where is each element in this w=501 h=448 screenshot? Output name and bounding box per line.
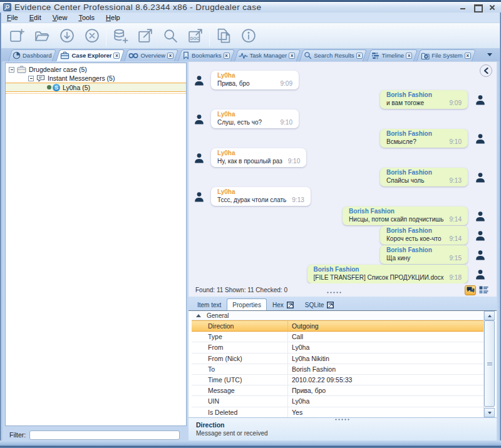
toolbar-button[interactable] xyxy=(29,24,54,47)
property-row[interactable]: Message Прива, бро xyxy=(192,385,483,396)
document-tab-bar: Dashboard Case Explorer x Overview x Boo… xyxy=(1,49,500,61)
tab-overflow-chevron-down-icon[interactable] xyxy=(487,53,492,56)
tab-close-icon[interactable]: x xyxy=(406,53,412,59)
message-bubble: Borish Fashion Ща кину 9:15 xyxy=(380,245,468,264)
property-row[interactable]: From (Nick) Ly0ha Nikitin xyxy=(192,354,483,364)
menu-item[interactable]: View xyxy=(47,13,73,22)
title-bar: Evidence Center Professional 8.6.2344 x8… xyxy=(0,2,501,13)
scroll-down-button[interactable] xyxy=(484,408,495,417)
chat-message[interactable]: Borish Fashion Ща кину 9:15 xyxy=(189,245,497,264)
document-tab[interactable]: File System x xyxy=(418,49,474,61)
document-tab[interactable]: Task Manager x xyxy=(236,49,299,61)
tree-node-label[interactable]: Instant Messengers (5) xyxy=(48,74,115,82)
chat-message[interactable]: Ly0ha Прива, бро 9:09 xyxy=(189,71,497,89)
case-tree: Drugdealer case (5) Instant Messengers (… xyxy=(6,63,186,94)
menu-item[interactable]: Help xyxy=(100,13,126,22)
message-sender: Borish Fashion xyxy=(386,169,462,176)
toolbar-button[interactable] xyxy=(209,25,210,46)
tree-node-category[interactable]: Instant Messengers (5) xyxy=(6,74,186,83)
detail-tab[interactable]: Item text xyxy=(192,298,227,310)
properties-scrollbar[interactable] xyxy=(483,311,494,417)
property-row[interactable]: Is Deleted Yes xyxy=(192,407,483,418)
document-tab[interactable]: Bookmarks x xyxy=(180,49,233,61)
view-toggle-button[interactable] xyxy=(465,285,476,295)
document-tab[interactable]: Dashboard xyxy=(10,49,54,61)
collapse-panel-button[interactable] xyxy=(480,64,492,77)
splitter-handle[interactable] xyxy=(326,292,343,293)
detail-tab[interactable]: SQLite xyxy=(299,298,340,310)
document-tab[interactable]: Overview x xyxy=(126,49,177,61)
tree-node-label[interactable]: Ly0ha (5) xyxy=(63,84,90,91)
collapse-expander-icon[interactable] xyxy=(28,76,34,81)
detach-window-icon[interactable] xyxy=(327,302,334,308)
property-row[interactable]: Direction Outgoing xyxy=(192,320,483,332)
document-tab[interactable]: Search Results x xyxy=(301,49,365,61)
scroll-up-button[interactable] xyxy=(484,311,495,320)
chat-message[interactable]: Borish Fashion [FILE TRANSFER] Список ПР… xyxy=(189,265,497,283)
chat-message[interactable]: Borish Fashion Короч есть кое-что 9:14 xyxy=(189,226,497,245)
maximize-button[interactable] xyxy=(473,3,482,11)
property-row[interactable]: UIN Ly0ha xyxy=(192,396,483,407)
message-bubble: Borish Fashion Нисцы, потом скайп подчис… xyxy=(343,206,468,225)
property-value: Ly0ha xyxy=(288,397,309,405)
menu-item[interactable]: Tools xyxy=(73,13,100,22)
chat-message[interactable]: Borish Fashion Всмысле? 9:10 xyxy=(189,129,497,148)
toolbar-button[interactable] xyxy=(106,25,106,46)
filter-input[interactable] xyxy=(29,430,180,440)
scrollbar-thumb[interactable] xyxy=(484,320,495,407)
main-area: Drugdealer case (5) Instant Messengers (… xyxy=(4,61,497,440)
window-frame-top xyxy=(0,0,501,2)
message-sender: Borish Fashion xyxy=(386,130,462,138)
properties-group-header[interactable]: General xyxy=(192,311,483,320)
toolbar-button[interactable] xyxy=(211,24,236,47)
chat-message[interactable]: Borish Fashion Спайсы чоль 9:13 xyxy=(189,168,497,186)
property-value: Call xyxy=(288,333,303,340)
splitter-handle[interactable] xyxy=(334,419,351,420)
tree-node-label[interactable]: Drugdealer case (5) xyxy=(29,66,87,73)
message-bubble: Ly0ha Тссс, дурак чтоли слать 9:13 xyxy=(211,187,311,206)
detail-tab[interactable]: Hex xyxy=(267,298,299,310)
menu-item[interactable]: Edit xyxy=(24,13,47,22)
tab-close-icon[interactable]: x xyxy=(167,53,173,59)
document-tab[interactable]: Timeline x xyxy=(369,49,416,61)
person-avatar-icon xyxy=(194,191,204,202)
toolbar-button[interactable] xyxy=(108,24,133,47)
toolbar-button[interactable] xyxy=(4,24,29,47)
tree-node-profile-selected[interactable]: S Ly0ha (5) xyxy=(6,83,186,92)
toolbar-button[interactable] xyxy=(133,24,158,47)
message-time: 9:13 xyxy=(444,177,462,184)
tab-icon xyxy=(239,52,248,59)
minimize-button[interactable] xyxy=(459,3,467,11)
chat-message[interactable]: Borish Fashion Нисцы, потом скайп подчис… xyxy=(189,206,497,225)
tree-node-case[interactable]: Drugdealer case (5) xyxy=(6,65,186,74)
detail-tab[interactable]: Properties xyxy=(227,298,267,310)
toolbar-button[interactable] xyxy=(236,24,261,47)
property-row[interactable]: Type Call xyxy=(192,332,483,342)
detach-window-icon[interactable] xyxy=(287,302,294,308)
tab-close-icon[interactable]: x xyxy=(113,53,120,59)
tab-close-icon[interactable]: x xyxy=(356,53,363,59)
toolbar-button[interactable] xyxy=(80,24,105,47)
collapse-expander-icon[interactable] xyxy=(9,67,14,73)
document-tab[interactable]: Case Explorer x xyxy=(58,49,123,61)
chat-message[interactable]: Ly0ha Слуш, есть чо? 9:10 xyxy=(189,109,497,128)
chat-message[interactable]: Ly0ha Ну, как в прошлый раз 9:10 xyxy=(189,148,497,167)
chat-message[interactable]: Borish Fashion и вам тогоже 9:09 xyxy=(189,90,497,109)
tab-close-icon[interactable]: x xyxy=(289,53,295,59)
tab-close-icon[interactable]: x xyxy=(224,53,230,59)
tab-icon xyxy=(13,51,21,59)
property-row[interactable]: From Ly0ha xyxy=(192,342,483,353)
view-toggle-button[interactable] xyxy=(478,285,489,295)
menu-item[interactable]: File xyxy=(1,13,24,22)
toolbar-button[interactable]: DOC xyxy=(183,24,208,47)
message-time: 9:15 xyxy=(444,255,462,262)
person-avatar-icon xyxy=(475,94,485,105)
toolbar-button[interactable] xyxy=(54,24,80,47)
close-button[interactable] xyxy=(488,3,496,11)
tab-close-icon[interactable]: x xyxy=(465,53,471,59)
toolbar-button[interactable] xyxy=(158,24,183,47)
collapse-group-icon[interactable] xyxy=(196,314,201,317)
property-row[interactable]: Time (UTC) 2010.02.22 09:55:33 xyxy=(192,375,483,385)
property-row[interactable]: To Borish Fashion xyxy=(192,364,483,375)
chat-message[interactable]: Ly0ha Тссс, дурак чтоли слать 9:13 xyxy=(189,187,497,206)
